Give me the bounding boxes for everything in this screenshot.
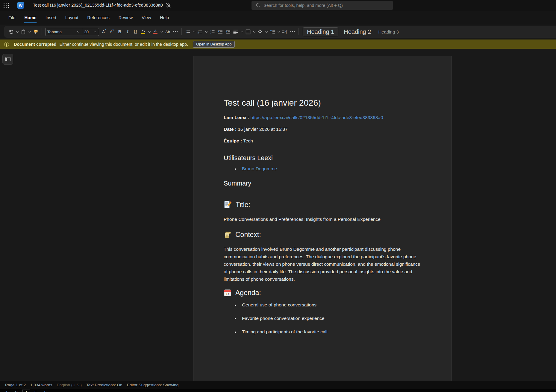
document-canvas: Test call (16 janvier 2026) Lien Leexi :…	[0, 49, 556, 381]
navigation-pane-toggle-button[interactable]	[2, 54, 13, 65]
doc-heading: Test call (16 janvier 2026)	[224, 98, 421, 108]
meta-link-line: Lien Leexi : https://app.leexi.ai/calls/…	[224, 115, 421, 120]
ribbon-toolbar: Tahoma 20 A˄ A˅ B I U A Ab	[4, 26, 556, 38]
menu-review[interactable]: Review	[114, 11, 137, 25]
top-bar: W Test call (16 janvier 2026)_021355dd-1…	[0, 0, 556, 11]
list-item: Timing and participants of the favorite …	[239, 329, 421, 334]
font-color-chevron[interactable]	[159, 28, 164, 36]
memo-icon	[224, 200, 232, 209]
checklist-icon[interactable]	[208, 28, 216, 36]
menu-help[interactable]: Help	[155, 11, 173, 25]
undo-icon[interactable]	[7, 28, 15, 36]
text-predictions-status[interactable]: Text Predictions: On	[86, 383, 122, 387]
bold-icon[interactable]: B	[116, 28, 124, 36]
word-logo-icon[interactable]: W	[17, 2, 24, 9]
more-paragraph-options-icon[interactable]	[289, 28, 296, 36]
agenda-section-heading: 17 Agenda:	[224, 289, 421, 297]
paste-dropdown-chevron[interactable]	[27, 28, 32, 36]
toolbar-separator	[42, 28, 42, 35]
font-size-select[interactable]: 20	[82, 28, 99, 36]
context-section-body: This conversation involved Bruno Degomme…	[224, 245, 421, 283]
font-name-select[interactable]: Tahoma	[46, 28, 82, 36]
document-corrupted-banner: Document corrupted Either continue viewi…	[0, 39, 556, 49]
title-section-heading: Title:	[224, 200, 421, 209]
shrink-font-icon[interactable]: A˅	[108, 28, 116, 36]
summary-heading: Summary	[224, 180, 421, 187]
menu-layout[interactable]: Layout	[61, 11, 83, 25]
list-item: Favorite phone conversation experience	[239, 316, 421, 321]
open-in-desktop-app-button[interactable]: Open in Desktop App	[193, 41, 235, 48]
meta-team-label: Équipe :	[224, 138, 242, 143]
font-color-icon[interactable]: A	[152, 28, 159, 36]
menu-view[interactable]: View	[137, 11, 155, 25]
users-heading: Utilisateurs Leexi	[224, 154, 421, 162]
line-spacing-chevron[interactable]	[276, 28, 281, 36]
taskbar-item[interactable]: 1	[5, 390, 8, 392]
numbered-list-icon[interactable]: 1 2	[196, 28, 204, 36]
svg-text:17: 17	[226, 292, 229, 296]
list-item: General use of phone conversations	[239, 302, 421, 308]
style-heading-3[interactable]: Heading 3	[376, 29, 400, 35]
increase-indent-icon[interactable]	[224, 28, 232, 36]
document-content: Test call (16 janvier 2026) Lien Leexi :…	[224, 98, 421, 334]
borders-chevron[interactable]	[252, 28, 256, 36]
numbered-list-chevron[interactable]	[204, 28, 208, 36]
toolbar-separator	[181, 28, 182, 35]
highlight-icon[interactable]	[139, 28, 147, 36]
banner-message: Either continue viewing this document, o…	[60, 42, 188, 47]
highlight-chevron[interactable]	[147, 28, 152, 36]
style-heading-2[interactable]: Heading 2	[341, 28, 373, 36]
meta-team-value: Tech	[243, 138, 253, 143]
document-title[interactable]: Test call (16 janvier 2026)_021355dd-1f1…	[33, 3, 163, 7]
taskbar-item[interactable]: 2	[15, 390, 17, 392]
menu-references[interactable]: References	[83, 11, 114, 25]
align-icon[interactable]	[232, 28, 240, 36]
meta-date-value: 16 janvier 2026 at 16:37	[238, 127, 287, 132]
bullet-list-chevron[interactable]	[192, 28, 196, 36]
italic-icon[interactable]: I	[124, 28, 131, 36]
borders-icon[interactable]	[244, 28, 252, 36]
align-chevron[interactable]	[240, 28, 244, 36]
agenda-list: General use of phone conversations Favor…	[224, 302, 421, 334]
font-name-chevron	[76, 31, 80, 32]
grow-font-icon[interactable]: A˄	[100, 28, 108, 36]
app-launcher-icon[interactable]	[3, 2, 10, 9]
paste-icon[interactable]	[19, 28, 27, 36]
font-size-chevron	[93, 31, 97, 32]
shading-chevron[interactable]	[264, 28, 269, 36]
info-icon	[4, 42, 9, 47]
underline-icon[interactable]: U	[131, 28, 139, 36]
taskbar-item-active[interactable]: 4	[22, 390, 30, 392]
menu-home[interactable]: Home	[20, 11, 41, 25]
decrease-indent-icon[interactable]	[216, 28, 224, 36]
editor-suggestions-status[interactable]: Editor Suggestions: Showing	[127, 383, 179, 387]
menu-insert[interactable]: Insert	[41, 11, 61, 25]
styles-gallery: Heading 1 Heading 2 Heading 3	[303, 28, 401, 36]
clear-formatting-icon[interactable]: Ab	[164, 28, 172, 36]
title-section-body: Phone Conversations and Preferences: Ins…	[224, 215, 421, 223]
line-spacing-icon[interactable]	[269, 28, 276, 36]
format-painter-icon[interactable]	[32, 28, 40, 36]
page-count-status[interactable]: Page 1 of 2	[5, 383, 26, 387]
bullet-list-icon[interactable]	[184, 28, 192, 36]
taskbar-item[interactable]: 6	[44, 390, 46, 392]
taskbar-item[interactable]: 5	[34, 390, 37, 392]
more-font-options-icon[interactable]	[172, 28, 179, 36]
unpin-icon[interactable]	[165, 2, 172, 9]
status-bar: Page 1 of 2 1,034 words English (U.S.) T…	[0, 381, 556, 389]
taskbar-strip: 1 2 4 5 6	[0, 389, 556, 392]
undo-dropdown-chevron[interactable]	[15, 28, 19, 36]
shading-icon[interactable]	[256, 28, 264, 36]
meta-date-label: Date :	[224, 127, 237, 132]
leexi-call-link[interactable]: https://app.leexi.ai/calls/021355dd-1f1f…	[251, 115, 383, 120]
svg-text:1: 1	[198, 30, 199, 32]
paragraph-marks-icon[interactable]: ¶	[281, 28, 289, 36]
style-heading-1[interactable]: Heading 1	[303, 28, 338, 36]
search-input[interactable]: Search for tools, help, and more (Alt + …	[252, 1, 393, 10]
users-list: Bruno Degomme	[224, 166, 421, 171]
language-status[interactable]: English (U.S.)	[57, 383, 82, 387]
word-count-status[interactable]: 1,034 words	[30, 383, 52, 387]
user-link[interactable]: Bruno Degomme	[242, 166, 277, 171]
calendar-icon: 17	[224, 289, 231, 297]
menu-file[interactable]: File	[4, 11, 20, 25]
